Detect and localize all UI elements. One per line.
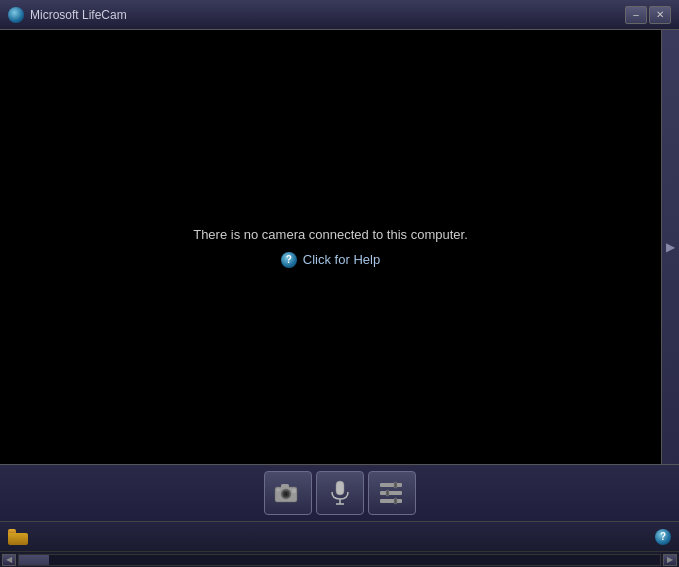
svg-rect-12: [380, 499, 402, 503]
title-bar-controls: – ✕: [625, 6, 671, 24]
toolbar-row: [0, 465, 679, 521]
status-help-button[interactable]: ?: [655, 529, 671, 545]
title-bar: Microsoft LifeCam – ✕: [0, 0, 679, 30]
camera-view: There is no camera connected to this com…: [0, 30, 661, 464]
microphone-icon: [326, 479, 354, 507]
scroll-right-button[interactable]: ▶: [663, 554, 677, 566]
svg-rect-11: [380, 491, 402, 495]
microphone-button[interactable]: [316, 471, 364, 515]
scroll-track[interactable]: [18, 554, 661, 566]
side-panel-toggle[interactable]: ▶: [661, 30, 679, 464]
app-title: Microsoft LifeCam: [30, 8, 127, 22]
svg-rect-15: [394, 498, 397, 504]
svg-point-4: [284, 493, 287, 496]
no-camera-message: There is no camera connected to this com…: [193, 227, 468, 242]
help-question-icon: ?: [281, 252, 297, 268]
minimize-button[interactable]: –: [625, 6, 647, 24]
close-button[interactable]: ✕: [649, 6, 671, 24]
folder-body: [8, 533, 28, 545]
camera-button[interactable]: [264, 471, 312, 515]
title-bar-left: Microsoft LifeCam: [8, 7, 127, 23]
bottom-toolbar: ?: [0, 464, 679, 551]
app-icon: [8, 7, 24, 23]
svg-rect-13: [394, 482, 397, 488]
svg-rect-10: [380, 483, 402, 487]
side-panel-arrow: ▶: [666, 240, 675, 254]
scroll-left-button[interactable]: ◀: [2, 554, 16, 566]
settings-icon: [378, 479, 406, 507]
scrollbar: ◀ ▶: [0, 551, 679, 567]
main-wrapper: There is no camera connected to this com…: [0, 30, 679, 464]
folder-tab: [8, 529, 16, 533]
settings-button[interactable]: [368, 471, 416, 515]
camera-icon: [274, 479, 302, 507]
svg-rect-7: [336, 481, 344, 495]
svg-rect-5: [292, 489, 296, 493]
status-bar: ?: [0, 521, 679, 551]
svg-rect-14: [386, 490, 389, 496]
scroll-thumb[interactable]: [19, 555, 49, 565]
help-link[interactable]: ? Click for Help: [281, 252, 380, 268]
svg-point-6: [276, 489, 279, 492]
svg-rect-1: [281, 484, 289, 488]
open-folder-button[interactable]: [8, 529, 28, 545]
help-link-text: Click for Help: [303, 252, 380, 267]
